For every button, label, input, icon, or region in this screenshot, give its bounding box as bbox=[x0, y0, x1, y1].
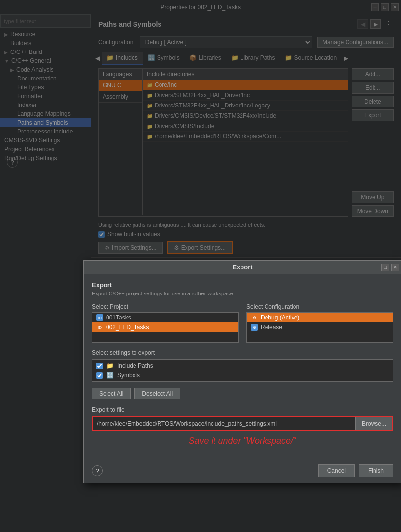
config-list: ⚙ Debug (Active) ⚙ Release bbox=[246, 312, 393, 343]
project-list: ID 001Tasks ID 002_LED_Tasks bbox=[92, 312, 239, 343]
annotation-text: Save it under "Workspace/" bbox=[92, 436, 393, 446]
export-dialog: Export □ ✕ Export Export C/C++ project s… bbox=[83, 260, 401, 483]
config-icon-release: ⚙ bbox=[251, 324, 258, 331]
config-item-release[interactable]: ⚙ Release bbox=[247, 322, 393, 332]
config-icon-debug: ⚙ bbox=[251, 314, 258, 321]
settings-box: 📁 Include Paths 🔣 Symbols bbox=[92, 359, 393, 382]
browse-button[interactable]: Browse... bbox=[355, 417, 392, 430]
dialog-minimize-button[interactable]: □ bbox=[381, 264, 389, 271]
include-paths-checkbox[interactable] bbox=[96, 363, 103, 369]
include-paths-icon: 📁 bbox=[107, 362, 113, 369]
file-row: Browse... bbox=[92, 416, 393, 431]
export-file-input[interactable] bbox=[93, 417, 355, 430]
dialog-controls: □ ✕ bbox=[381, 264, 399, 271]
settings-label: Select settings to export bbox=[92, 349, 393, 356]
settings-item-include-paths[interactable]: 📁 Include Paths bbox=[92, 361, 393, 371]
project-item-002led[interactable]: ID 002_LED_Tasks bbox=[92, 322, 238, 332]
project-section: Select Project ID 001Tasks ID 002_LED_Ta… bbox=[92, 303, 239, 343]
config-section: Select Configuration ⚙ Debug (Active) ⚙ … bbox=[246, 303, 393, 343]
dialog-body: Export Export C/C++ project settings for… bbox=[84, 274, 401, 460]
select-all-button[interactable]: Select All bbox=[92, 388, 131, 399]
project-icon-001tasks: ID bbox=[96, 314, 103, 321]
dialog-title-bar: Export □ ✕ bbox=[84, 261, 401, 274]
dialog-footer-buttons: Cancel Finish bbox=[318, 464, 393, 477]
export-file-label: Export to file bbox=[92, 406, 393, 413]
dialog-footer: ? Cancel Finish bbox=[84, 460, 401, 483]
dialog-section-title: Export bbox=[92, 281, 393, 289]
dialog-help-button[interactable]: ? bbox=[92, 465, 103, 476]
cancel-button[interactable]: Cancel bbox=[318, 464, 355, 477]
project-icon-002led: ID bbox=[96, 324, 103, 331]
project-item-001tasks[interactable]: ID 001Tasks bbox=[92, 313, 238, 322]
dialog-section-desc: Export C/C++ project settings for use in… bbox=[92, 291, 393, 296]
config-col-label: Select Configuration bbox=[246, 303, 393, 310]
config-item-debug[interactable]: ⚙ Debug (Active) bbox=[247, 313, 393, 322]
symbols-checkbox[interactable] bbox=[96, 372, 103, 379]
two-col-section: Select Project ID 001Tasks ID 002_LED_Ta… bbox=[92, 303, 393, 343]
deselect-all-button[interactable]: Deselect All bbox=[134, 388, 180, 399]
project-label: Select Project bbox=[92, 303, 239, 310]
symbols-icon-cb: 🔣 bbox=[107, 372, 113, 379]
finish-button[interactable]: Finish bbox=[359, 464, 393, 477]
settings-item-symbols[interactable]: 🔣 Symbols bbox=[92, 371, 393, 380]
export-file-section: Export to file Browse... bbox=[92, 406, 393, 431]
select-buttons: Select All Deselect All bbox=[92, 388, 393, 399]
settings-section: Select settings to export 📁 Include Path… bbox=[92, 349, 393, 382]
dialog-title: Export bbox=[232, 264, 252, 271]
dialog-close-button[interactable]: ✕ bbox=[391, 264, 399, 271]
